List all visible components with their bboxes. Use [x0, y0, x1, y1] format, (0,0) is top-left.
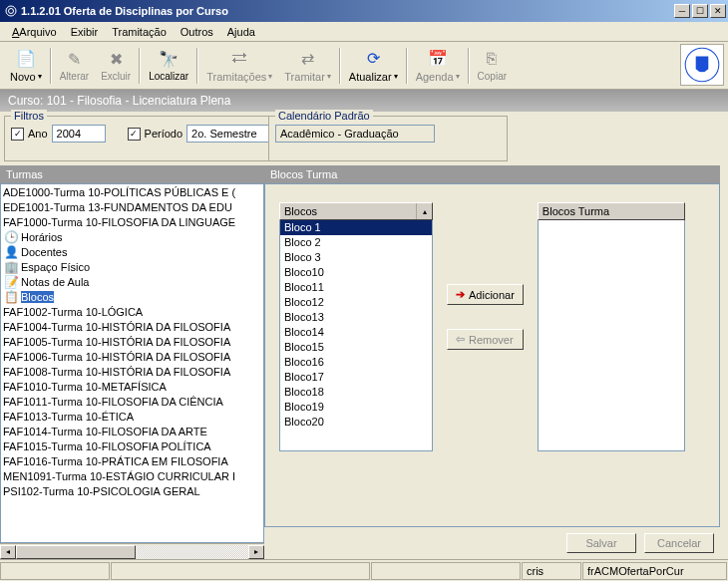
blocos-turma-panel: Blocos Turma [538, 202, 685, 451]
blocos-item[interactable]: Bloco 2 [280, 235, 432, 250]
btn-label: Tramitar [284, 71, 325, 83]
btn-label: Cancelar [657, 537, 701, 549]
turmas-row[interactable]: FAF1006-Turma 10-HISTÓRIA DA FILOSOFIA [1, 349, 263, 364]
blocos-item[interactable]: Bloco17 [280, 370, 432, 385]
minimize-button[interactable]: ─ [674, 4, 690, 18]
binoculars-icon: 🔭 [159, 49, 179, 69]
close-button[interactable]: ✕ [710, 4, 726, 18]
turmas-row[interactable]: 🏢Espaço Físico [1, 259, 263, 274]
turmas-row-label: FAF1000-Turma 10-FILOSOFIA DA LINGUAGE [3, 216, 235, 228]
turmas-row[interactable]: FAF1004-Turma 10-HISTÓRIA DA FILOSOFIA [1, 319, 263, 334]
turmas-row[interactable]: FAF1013-Turma 10-ÉTICA [1, 409, 263, 424]
ano-input[interactable] [52, 125, 106, 143]
menubar: AArquivo Exibir Tramitação Outros Ajuda [0, 22, 728, 42]
filters-legend: Filtros [11, 110, 47, 122]
turmas-row-label: FAF1010-Turma 10-METAFÍSICA [3, 381, 167, 393]
menu-tramitacao[interactable]: Tramitação [106, 24, 173, 40]
scroll-up-button[interactable]: ▴ [416, 203, 432, 219]
btn-label: Copiar [478, 71, 507, 82]
horizontal-scrollbar[interactable]: ◂ ▸ [0, 543, 264, 559]
turmas-row[interactable]: EDE1001-Turma 13-FUNDAMENTOS DA EDU [1, 199, 263, 214]
turmas-row-label: EDE1001-Turma 13-FUNDAMENTOS DA EDU [3, 201, 232, 213]
blocos-item[interactable]: Bloco18 [280, 385, 432, 400]
turmas-row-label: FAF1014-Turma 10-FILOSOFIA DA ARTE [3, 426, 207, 437]
chevron-down-icon: ▾ [394, 72, 398, 81]
titlebar: 1.1.2.01 Oferta de Disciplinas por Curso… [0, 0, 728, 22]
turmas-row[interactable]: FAF1015-Turma 10-FILOSOFIA POLÍTICA [1, 438, 263, 453]
blocos-item[interactable]: Bloco 1 [280, 220, 432, 235]
remover-button: ⇦Remover [447, 329, 524, 350]
separator [406, 48, 408, 84]
scroll-track[interactable] [16, 545, 248, 559]
blocos-turma-listbox[interactable] [538, 220, 685, 451]
blocos-item[interactable]: Bloco 3 [280, 250, 432, 265]
menu-exibir[interactable]: Exibir [65, 24, 105, 40]
blocos-item[interactable]: Bloco16 [280, 355, 432, 370]
svg-point-0 [6, 6, 16, 16]
menu-outros[interactable]: Outros [175, 24, 219, 40]
turmas-row[interactable]: 🕒Horários [1, 229, 263, 244]
chevron-down-icon: ▾ [38, 72, 42, 81]
scroll-thumb[interactable] [16, 545, 136, 559]
status-user: cris [522, 562, 581, 580]
calendario-value: Acadêmico - Graduação [275, 125, 435, 143]
turmas-row[interactable]: FAF1005-Turma 10-HISTÓRIA DA FILOSOFIA [1, 334, 263, 349]
turmas-row[interactable]: 📋Blocos [1, 289, 263, 304]
ano-checkbox[interactable]: ✓ [11, 128, 24, 141]
turmas-row[interactable]: FAF1002-Turma 10-LÓGICA [1, 304, 263, 319]
turmas-row-label: FAF1002-Turma 10-LÓGICA [3, 306, 143, 318]
content: Filtros ✓ Ano ✓ Período 2o. Semestre ▾ T… [0, 112, 728, 559]
periodo-checkbox[interactable]: ✓ [128, 128, 141, 141]
turmas-row-label: Blocos [21, 291, 54, 303]
turmas-list[interactable]: ADE1000-Turma 10-POLÍTICAS PÚBLICAS E (E… [0, 183, 264, 543]
blocos-listbox[interactable]: Bloco 1Bloco 2Bloco 3Bloco10Bloco11Bloco… [279, 220, 433, 451]
atualizar-button[interactable]: ⟳Atualizar▾ [343, 47, 404, 85]
separator [339, 48, 341, 84]
blocos-col-head: Blocos [280, 205, 416, 217]
scroll-left-button[interactable]: ◂ [0, 545, 16, 559]
novo-button[interactable]: 📄Novo▾ [4, 47, 48, 85]
turmas-row[interactable]: ADE1000-Turma 10-POLÍTICAS PÚBLICAS E ( [1, 184, 263, 199]
delete-icon: ✖ [106, 49, 126, 69]
blocos-item[interactable]: Bloco13 [280, 310, 432, 325]
excluir-button: ✖Excluir [95, 47, 137, 84]
separator [50, 48, 52, 84]
adicionar-button[interactable]: ➔Adicionar [447, 284, 524, 305]
turmas-row[interactable]: FAF1008-Turma 10-HISTÓRIA DA FILOSOFIA [1, 364, 263, 379]
filters-group: Filtros ✓ Ano ✓ Período 2o. Semestre ▾ [4, 116, 311, 161]
blocos-item[interactable]: Bloco20 [280, 415, 432, 430]
turmas-row[interactable]: FAF1000-Turma 10-FILOSOFIA DA LINGUAGE [1, 214, 263, 229]
menu-label: Ajuda [227, 26, 255, 38]
turmas-row[interactable]: PSI102-Turma 10-PSICOLOGIA GERAL [1, 483, 263, 498]
turmas-row[interactable]: FAF1010-Turma 10-METAFÍSICA [1, 379, 263, 394]
blocos-item[interactable]: Bloco15 [280, 340, 432, 355]
blocos-item[interactable]: Bloco10 [280, 265, 432, 280]
ano-label: Ano [28, 128, 48, 140]
statusbar: cris frACMOfertaPorCur [0, 559, 728, 581]
turmas-row[interactable]: MEN1091-Turma 10-ESTÁGIO CURRICULAR I [1, 468, 263, 483]
tramitacoes-button: ⮂Tramitações▾ [200, 47, 278, 85]
menu-arquivo[interactable]: AArquivo [6, 24, 63, 40]
arrow-right-icon: ➔ [456, 288, 465, 301]
blocos-item[interactable]: Bloco12 [280, 295, 432, 310]
blocos-body: Blocos ▴ Bloco 1Bloco 2Bloco 3Bloco10Blo… [264, 183, 720, 527]
tree-icon: 🏢 [3, 260, 19, 274]
turmas-row[interactable]: 👤Docentes [1, 244, 263, 259]
tree-icon: 📝 [3, 275, 19, 289]
localizar-button[interactable]: 🔭Localizar [143, 47, 194, 84]
turmas-row[interactable]: 📝Notas de Aula [1, 274, 263, 289]
turmas-row[interactable]: FAF1011-Turma 10-FILOSOFIA DA CIÊNCIA [1, 394, 263, 409]
blocos-item[interactable]: Bloco14 [280, 325, 432, 340]
turmas-row-label: Docentes [21, 246, 67, 258]
window-controls: ─ ☐ ✕ [674, 4, 726, 18]
menu-ajuda[interactable]: Ajuda [221, 24, 261, 40]
blocos-item[interactable]: Bloco11 [280, 280, 432, 295]
turmas-row-label: FAF1006-Turma 10-HISTÓRIA DA FILOSOFIA [3, 351, 230, 363]
turmas-row[interactable]: FAF1014-Turma 10-FILOSOFIA DA ARTE [1, 424, 263, 438]
turmas-row-label: FAF1004-Turma 10-HISTÓRIA DA FILOSOFIA [3, 321, 230, 333]
blocos-item[interactable]: Bloco19 [280, 400, 432, 415]
turmas-row[interactable]: FAF1016-Turma 10-PRÁTICA EM FILOSOFIA [1, 453, 263, 468]
maximize-button[interactable]: ☐ [692, 4, 708, 18]
window-title: 1.1.2.01 Oferta de Disciplinas por Curso [21, 5, 674, 17]
scroll-right-button[interactable]: ▸ [248, 545, 264, 559]
